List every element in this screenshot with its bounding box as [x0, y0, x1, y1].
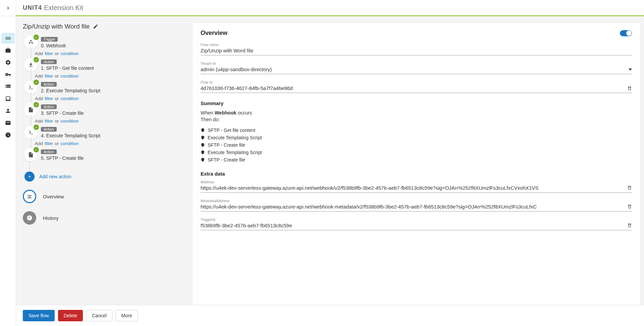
summary-item: SFTP - Get file content: [201, 127, 632, 134]
summary-item: SFTP - Create file: [201, 141, 632, 149]
brand-logo: UNIT4: [23, 4, 42, 11]
nav-overview-row[interactable]: Overview: [23, 190, 187, 203]
terminal-icon: [28, 129, 34, 135]
step-label: 2. Execute Templating Script: [41, 88, 187, 93]
copy-icon[interactable]: [627, 204, 632, 209]
add-filter-row: Add filter or condition: [24, 94, 187, 103]
step-tag: Action: [41, 127, 57, 132]
shield-icon: [201, 150, 205, 154]
flow-name-field[interactable]: Flow name Zip/Unzip with Word file: [201, 43, 632, 55]
tenant-id-field[interactable]: Tenant id admin (u4pp-sandbox-directory): [201, 61, 632, 74]
nav-servers[interactable]: [1, 81, 15, 92]
filter-or-label: or: [55, 141, 59, 146]
flow-name-label: Flow name: [201, 43, 632, 47]
tenant-value: admin (u4pp-sandbox-directory): [201, 66, 272, 72]
pencil-icon[interactable]: [93, 24, 98, 29]
check-badge-icon: [34, 147, 39, 152]
gauge-icon: [5, 132, 11, 138]
dropdown-icon[interactable]: [629, 68, 632, 71]
condition-link[interactable]: condition: [61, 119, 79, 124]
address-label: Address: [201, 180, 632, 184]
step-label: 3. SFTP - Create file: [41, 110, 187, 116]
file-icon: [28, 152, 34, 158]
plus-icon: [27, 174, 32, 179]
metadata-address-field: MetadataAddress https://u4ek-dev-serverl…: [201, 199, 632, 212]
flow-step[interactable]: Action 3. SFTP - Create file: [24, 103, 187, 117]
overview-heading: Overview: [201, 30, 227, 37]
nav-history-label: History: [43, 215, 59, 221]
check-badge-icon: [34, 102, 39, 107]
condition-link[interactable]: condition: [61, 141, 79, 146]
flow-step[interactable]: Action 5. SFTP - Create file: [24, 148, 187, 161]
nav-messages[interactable]: [1, 118, 15, 128]
summary-heading: Summary: [201, 100, 632, 106]
trigger-id-field: TriggerId f538b9fb-3be2-457b-aeb7-fb6513…: [201, 218, 632, 230]
cancel-button[interactable]: Cancel: [86, 310, 112, 321]
nav-dashboard[interactable]: [1, 130, 15, 140]
nav-history-row[interactable]: History: [23, 211, 187, 225]
trigger-id-label: TriggerId: [201, 218, 632, 222]
flow-steps-panel: Zip/Unzip with Word file Trigger 0. Webh…: [23, 23, 187, 305]
clock-icon: [26, 215, 33, 221]
summary-item: Execute Templating Script: [201, 149, 632, 156]
condition-link[interactable]: condition: [61, 74, 79, 79]
copy-icon[interactable]: [627, 185, 632, 190]
step-tag: Action: [41, 59, 57, 64]
copy-icon[interactable]: [627, 223, 632, 228]
nav-settings[interactable]: [1, 57, 15, 68]
filter-link[interactable]: filter: [45, 141, 53, 146]
step-tag: Action: [41, 104, 57, 109]
check-badge-icon: [34, 35, 39, 40]
summary-item: Execute Templating Script: [201, 134, 632, 141]
nav-users[interactable]: [1, 105, 15, 116]
check-badge-icon: [34, 125, 39, 130]
flow-step[interactable]: Action 2. Execute Templating Script: [24, 81, 187, 94]
shield-icon: [201, 143, 205, 147]
condition-link[interactable]: condition: [61, 96, 79, 101]
step-label: 0. Webhook: [41, 43, 187, 48]
expand-sidebar-button[interactable]: [0, 0, 16, 16]
filter-add-label: Add: [35, 51, 43, 56]
flow-step[interactable]: Action 1. SFTP - Get file content: [24, 58, 187, 72]
filter-link[interactable]: filter: [45, 96, 53, 101]
key-icon: [5, 72, 11, 78]
step-tag: Action: [41, 149, 57, 154]
filter-link[interactable]: filter: [45, 74, 53, 79]
condition-link[interactable]: condition: [61, 51, 79, 56]
step-label: 4. Execute Templating Script: [41, 133, 187, 138]
filter-or-label: or: [55, 119, 59, 124]
save-flow-button[interactable]: Save flow: [23, 310, 55, 321]
filter-link[interactable]: filter: [45, 51, 53, 56]
check-badge-icon: [34, 57, 39, 62]
flow-step[interactable]: Trigger 0. Webhook: [24, 36, 187, 49]
add-new-action-button[interactable]: Add new action: [23, 172, 187, 182]
file-icon: [28, 107, 34, 113]
flow-name-value: Zip/Unzip with Word file: [201, 48, 253, 53]
extra-data-heading: Extra data: [201, 171, 632, 177]
nav-keys[interactable]: [1, 69, 15, 80]
mail-icon: [5, 120, 11, 126]
delete-button[interactable]: Delete: [58, 310, 83, 321]
trigger-id-value: f538b9fb-3be2-457b-aeb7-fb6513c8c59e: [201, 223, 292, 228]
step-label: 1. SFTP - Get file content: [41, 65, 187, 71]
address-value: https://u4ek-dev-serverless-gateway.azur…: [201, 185, 538, 191]
download-icon: [28, 62, 34, 68]
more-button[interactable]: More: [116, 310, 138, 321]
flow-step[interactable]: Action 4. Execute Templating Script: [24, 126, 187, 139]
flow-title-text: Zip/Unzip with Word file: [23, 23, 90, 30]
link-icon: [5, 35, 11, 41]
nav-flows[interactable]: [1, 33, 15, 44]
metadata-value: https://u4ek-dev-serverless-gateway.azur…: [201, 204, 537, 209]
filter-link[interactable]: filter: [45, 119, 53, 124]
nav-projects[interactable]: [1, 45, 15, 56]
add-filter-row: Add filter or condition: [24, 49, 187, 58]
nav-inbox[interactable]: [1, 93, 15, 104]
top-bar: UNIT4 Extension Kit: [16, 0, 644, 16]
chevron-right-icon: [5, 5, 11, 11]
left-nav-rail: [0, 0, 16, 326]
gears-icon: [5, 59, 11, 65]
user-icon: [5, 108, 11, 114]
copy-icon[interactable]: [627, 86, 632, 91]
flow-enabled-toggle[interactable]: [620, 30, 632, 36]
product-title: Extension Kit: [44, 4, 83, 12]
